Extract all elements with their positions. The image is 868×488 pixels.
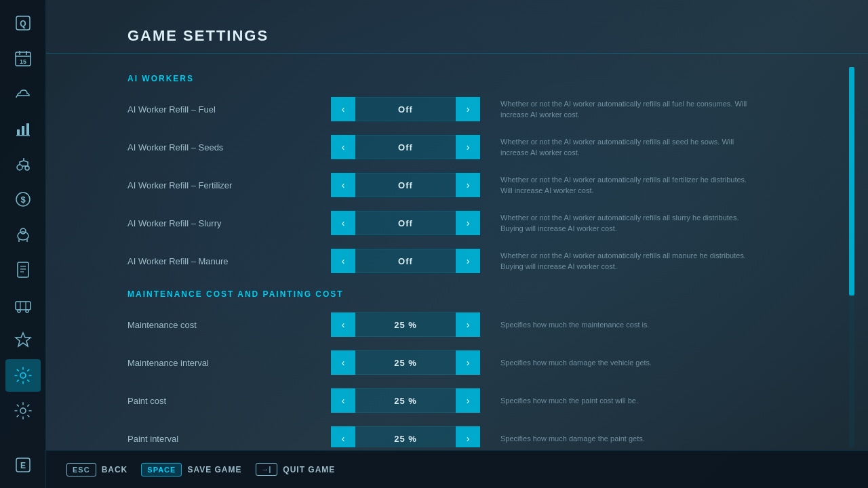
setting-label-ai-fuel: AI Worker Refill – Fuel xyxy=(127,104,331,115)
save-label: SAVE GAME xyxy=(187,465,241,474)
main-content: GAME SETTINGS AI WORKERS AI Worker Refil… xyxy=(46,0,868,488)
setting-control-paint-interval: ‹ 25 % › xyxy=(331,426,480,447)
ctrl-btn-left-maintenance-cost[interactable]: ‹ xyxy=(331,312,355,337)
section-title-ai-workers: AI WORKERS xyxy=(127,74,827,83)
ctrl-value-ai-manure: Off xyxy=(355,249,456,273)
setting-desc-ai-manure: Whether or not the AI worker automatical… xyxy=(500,250,758,272)
setting-row-ai-seeds: AI Worker Refill – Seeds ‹ Off › Whether… xyxy=(127,132,827,162)
setting-row-ai-fertilizer: AI Worker Refill – Fertilizer ‹ Off › Wh… xyxy=(127,170,827,200)
ctrl-btn-right-ai-slurry[interactable]: › xyxy=(456,211,480,235)
setting-control-ai-fuel: ‹ Off › xyxy=(331,97,480,121)
svg-rect-24 xyxy=(16,302,31,310)
settings-area: AI WORKERS AI Worker Refill – Fuel ‹ Off… xyxy=(46,67,868,447)
svg-rect-9 xyxy=(26,123,29,135)
svg-point-17 xyxy=(20,228,26,234)
ctrl-btn-right-ai-fertilizer[interactable]: › xyxy=(456,173,480,197)
sidebar-item-animals[interactable] xyxy=(5,218,41,251)
svg-point-16 xyxy=(18,232,28,240)
svg-point-12 xyxy=(25,166,29,170)
ctrl-value-ai-fertilizer: Off xyxy=(355,173,456,197)
svg-text:Q: Q xyxy=(20,19,26,28)
ctrl-btn-left-paint-interval[interactable]: ‹ xyxy=(331,426,355,447)
setting-label-ai-fertilizer: AI Worker Refill – Fertilizer xyxy=(127,180,331,190)
ctrl-btn-right-maintenance-cost[interactable]: › xyxy=(456,312,480,337)
setting-control-ai-manure: ‹ Off › xyxy=(331,249,480,273)
ctrl-btn-left-ai-slurry[interactable]: ‹ xyxy=(331,211,355,235)
ctrl-btn-left-ai-fertilizer[interactable]: ‹ xyxy=(331,173,355,197)
back-label: BACK xyxy=(102,465,128,474)
ctrl-value-ai-seeds: Off xyxy=(355,135,456,159)
sidebar-item-money[interactable]: $ xyxy=(5,183,41,216)
setting-label-ai-seeds: AI Worker Refill – Seeds xyxy=(127,142,331,152)
setting-control-ai-fertilizer: ‹ Off › xyxy=(331,173,480,197)
setting-label-paint-interval: Paint interval xyxy=(127,434,331,444)
setting-row-maintenance-interval: Maintenance interval ‹ 25 % › Specifies … xyxy=(127,348,827,378)
quit-key-badge: →| xyxy=(256,463,278,476)
sidebar-item-vehicles[interactable] xyxy=(5,289,41,321)
setting-row-ai-manure: AI Worker Refill – Manure ‹ Off › Whethe… xyxy=(127,246,827,276)
svg-rect-7 xyxy=(17,129,20,135)
back-button[interactable]: ESC BACK xyxy=(66,463,127,476)
setting-desc-ai-slurry: Whether or not the AI worker automatical… xyxy=(500,212,758,235)
ctrl-btn-left-paint-cost[interactable]: ‹ xyxy=(331,388,355,413)
setting-desc-maintenance-interval: Specifies how much damage the vehicle ge… xyxy=(500,357,758,369)
sidebar-item-contracts[interactable] xyxy=(5,253,41,286)
setting-row-ai-fuel: AI Worker Refill – Fuel ‹ Off › Whether … xyxy=(127,94,827,124)
ctrl-btn-right-maintenance-interval[interactable]: › xyxy=(456,350,480,375)
svg-point-25 xyxy=(18,310,20,312)
ctrl-btn-left-ai-fuel[interactable]: ‹ xyxy=(331,97,355,121)
svg-text:15: 15 xyxy=(19,58,26,65)
setting-control-ai-slurry: ‹ Off › xyxy=(331,211,480,235)
svg-text:E: E xyxy=(20,461,25,470)
setting-label-maintenance-cost: Maintenance cost xyxy=(127,320,331,330)
scrollbar-track[interactable] xyxy=(849,67,854,447)
ctrl-btn-left-maintenance-interval[interactable]: ‹ xyxy=(331,350,355,375)
ctrl-value-ai-slurry: Off xyxy=(355,211,456,235)
ctrl-btn-right-paint-interval[interactable]: › xyxy=(456,426,480,447)
ctrl-btn-left-ai-seeds[interactable]: ‹ xyxy=(331,135,355,159)
ctrl-btn-right-ai-seeds[interactable]: › xyxy=(456,135,480,159)
sidebar-item-q[interactable]: Q xyxy=(5,7,41,39)
setting-row-maintenance-cost: Maintenance cost ‹ 25 % › Specifies how … xyxy=(127,310,827,340)
svg-rect-20 xyxy=(18,262,28,277)
setting-row-paint-cost: Paint cost ‹ 25 % › Specifies how much t… xyxy=(127,386,827,415)
sidebar-item-weather[interactable] xyxy=(5,77,41,110)
svg-rect-8 xyxy=(22,126,24,135)
sidebar: Q 15 xyxy=(0,0,46,488)
svg-point-26 xyxy=(26,310,28,312)
setting-desc-paint-cost: Specifies how much the paint cost will b… xyxy=(500,395,758,407)
ctrl-value-maintenance-cost: 25 % xyxy=(355,312,456,337)
section-title-maintenance: MAINTENANCE COST AND PAINTING COST xyxy=(127,289,827,299)
ctrl-btn-right-ai-fuel[interactable]: › xyxy=(456,97,480,121)
setting-desc-ai-fertilizer: Whether or not the AI worker automatical… xyxy=(500,174,758,197)
ctrl-value-paint-cost: 25 % xyxy=(355,388,456,413)
setting-row-paint-interval: Paint interval ‹ 25 % › Specifies how mu… xyxy=(127,424,827,447)
sidebar-item-log[interactable] xyxy=(5,324,41,357)
ctrl-value-ai-fuel: Off xyxy=(355,97,456,121)
esc-key-badge: ESC xyxy=(66,463,96,476)
sidebar-item-e[interactable]: E xyxy=(5,449,41,481)
setting-label-ai-slurry: AI Worker Refill – Slurry xyxy=(127,218,331,228)
save-button[interactable]: SPACE SAVE GAME xyxy=(141,463,241,476)
quit-button[interactable]: →| QUIT GAME xyxy=(256,463,336,476)
quit-label: QUIT GAME xyxy=(283,465,335,474)
setting-control-paint-cost: ‹ 25 % › xyxy=(331,388,480,413)
ctrl-btn-right-paint-cost[interactable]: › xyxy=(456,388,480,413)
sidebar-item-stats[interactable] xyxy=(5,113,41,145)
setting-desc-paint-interval: Specifies how much damage the paint gets… xyxy=(500,433,758,445)
setting-desc-ai-seeds: Whether or not the AI worker automatical… xyxy=(500,136,758,159)
sidebar-item-gear2[interactable] xyxy=(5,394,41,427)
ctrl-btn-left-ai-manure[interactable]: ‹ xyxy=(331,249,355,273)
setting-desc-ai-fuel: Whether or not the AI worker automatical… xyxy=(500,98,758,121)
sidebar-item-calendar[interactable]: 15 xyxy=(5,42,41,75)
space-key-badge: SPACE xyxy=(141,463,182,476)
svg-text:$: $ xyxy=(20,195,26,205)
page-title: GAME SETTINGS xyxy=(46,27,868,54)
sidebar-item-tractor[interactable] xyxy=(5,148,41,180)
sidebar-item-settings[interactable] xyxy=(5,359,41,392)
setting-row-ai-slurry: AI Worker Refill – Slurry ‹ Off › Whethe… xyxy=(127,208,827,238)
ctrl-btn-right-ai-manure[interactable]: › xyxy=(456,249,480,273)
setting-control-ai-seeds: ‹ Off › xyxy=(331,135,480,159)
svg-marker-29 xyxy=(16,333,31,346)
scrollbar-thumb[interactable] xyxy=(849,67,854,296)
